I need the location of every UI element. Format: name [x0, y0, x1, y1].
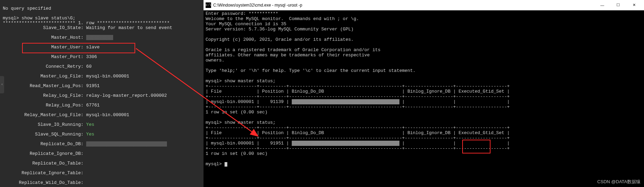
row-header: *************************** 1. row *****… — [3, 20, 170, 26]
val-replicate-do-db: ▓▓▓▓▓▓▓▓▓▓▓▓▓▓▓▓▓▓▓▓▓▓▓▓▓▓▓▓▓▓ — [86, 141, 167, 147]
line-trademark2: affiliates. Other names may be trademark… — [206, 53, 370, 58]
line-version: Server version: 5.7.36-log MySQL Communi… — [206, 27, 354, 32]
no-query-text: No query specified — [3, 6, 51, 11]
hdr-file: File — [211, 89, 222, 94]
val-master-log-file: mysql-bin.000001 — [86, 74, 129, 79]
cell-file1: mysql-bin.000001 — [211, 99, 254, 104]
val-relay-master-log-file: mysql-bin.000001 — [86, 112, 129, 118]
window-controls: — ☐ ✕ — [594, 0, 642, 10]
val-master-host: ▓▓▓▓▓▓▓▓▓▓ — [86, 35, 113, 40]
val-master-user: slave — [86, 45, 100, 50]
field-line: Replicate_Do_Table: — [3, 161, 201, 166]
cursor-block — [225, 162, 227, 167]
val-slave-io-running: Yes — [86, 122, 94, 127]
val-master-port: 3306 — [86, 54, 97, 59]
cell-pos1: 91139 — [270, 99, 284, 104]
left-terminal[interactable]: No query specified mysql> show slave sta… — [0, 0, 204, 187]
field-line: Connect_Retry: 60 — [3, 64, 201, 69]
cmd-terminal[interactable]: Enter password: *********** Welcome to t… — [204, 10, 644, 187]
val-relay-log-pos: 67761 — [86, 103, 100, 108]
field-line: Master_User: slave — [3, 45, 201, 50]
field-line: Relay_Master_Log_File: mysql-bin.000001 — [3, 113, 201, 118]
field-line: Replicate_Ignore_DB: — [3, 151, 201, 156]
line-enter-pw: Enter password: *********** — [206, 11, 278, 16]
field-line: Slave_SQL_Running: Yes — [3, 132, 201, 137]
cmd-icon: c:\ — [206, 2, 211, 8]
hdr-gtid: Executed_Gtid_Set — [458, 89, 504, 94]
hdr-file2: File — [211, 130, 222, 135]
field-line: Replicate_Wild_Do_Table: — [3, 180, 201, 185]
line-copyright: Copyright (c) 2000, 2021, Oracle and/or … — [206, 37, 354, 42]
cell-dodb2: ▓▓▓▓▓▓▓▓▓▓▓▓▓▓▓▓▓▓▓▓▓▓▓▓▓▓▓▓▓▓▓▓▓▓▓▓▓▓▓▓ — [292, 141, 399, 146]
val-slave-io-state: Waiting for master to send event — [86, 25, 172, 30]
line-rowset1: 1 row in set (0.00 sec) — [206, 110, 267, 115]
line-conn-id: Your MySQL connection id is 35 — [206, 21, 286, 27]
line-rowset2: 1 row in set (0.00 sec) — [206, 151, 267, 156]
line-trademark3: owners. — [206, 58, 225, 63]
hdr-pos: Position — [262, 89, 284, 94]
field-line: Master_Host: ▓▓▓▓▓▓▓▓▓▓ — [3, 35, 201, 40]
cell-dodb1: ▓▓▓▓▓▓▓▓▓▓▓▓▓▓▓▓▓▓▓▓▓▓▓▓▓▓▓▓▓▓▓▓▓▓▓▓▓▓▓▓ — [292, 99, 399, 104]
line-trademark1: Oracle is a registered trademark of Orac… — [206, 47, 380, 53]
maximize-button[interactable]: ☐ — [610, 0, 626, 10]
val-read-master-log-pos: 91951 — [86, 83, 100, 88]
field-line: Read_Master_Log_Pos: 91951 — [3, 84, 201, 88]
hdr-gtid2: Executed_Gtid_Set — [458, 130, 504, 135]
field-line: Slave_IO_Running: Yes — [3, 122, 201, 127]
val-relay-log-file: relay-log-master_report.000002 — [86, 93, 167, 98]
hdr-igdb: Binlog_Ignore_DB — [407, 89, 450, 94]
line-cmd1: mysql> show master status; — [206, 78, 276, 84]
hdr-pos2: Position — [262, 130, 284, 135]
window-title: C:\Windows\system32\cmd.exe - mysql -uro… — [213, 3, 594, 8]
line-cmd2: mysql> show master status; — [206, 120, 276, 125]
highlight-box-position — [462, 140, 491, 153]
val-connect-retry: 60 — [86, 64, 92, 69]
cmd-window: c:\ C:\Windows\system32\cmd.exe - mysql … — [204, 0, 644, 187]
field-line: Relay_Log_File: relay-log-master_report.… — [3, 93, 201, 98]
line-help: Type 'help;' or '\h' for help. Type '\c'… — [206, 68, 416, 73]
cell-file2: mysql-bin.000001 — [211, 141, 254, 146]
hdr-dodb: Binlog_Do_DB — [292, 89, 324, 94]
field-line: Relay_Log_Pos: 67761 — [3, 103, 201, 108]
minimize-button[interactable]: — — [594, 0, 610, 10]
field-line: Slave_IO_State: Waiting for master to se… — [3, 26, 201, 30]
line-cmd3: mysql> — [206, 161, 225, 167]
window-titlebar[interactable]: c:\ C:\Windows\system32\cmd.exe - mysql … — [204, 0, 644, 10]
mysql-prompt-line: mysql> show slave status\G; — [3, 16, 76, 21]
sidebar-handle[interactable]: ‹ — [0, 76, 4, 93]
hdr-igdb2: Binlog_Ignore_DB — [407, 130, 450, 135]
close-button[interactable]: ✕ — [626, 0, 642, 10]
val-slave-sql-running: Yes — [86, 132, 94, 137]
field-line: Replicate_Ignore_Table: — [3, 171, 201, 176]
field-line: Replicate_Do_DB: ▓▓▓▓▓▓▓▓▓▓▓▓▓▓▓▓▓▓▓▓▓▓▓… — [3, 142, 201, 147]
field-line: Master_Port: 3306 — [3, 55, 201, 59]
line-welcome: Welcome to the MySQL monitor. Commands e… — [206, 16, 359, 21]
hdr-dodb2: Binlog_Do_DB — [292, 130, 324, 135]
watermark-text: CSDN @DATA数据猿 — [597, 179, 641, 185]
field-line: Master_Log_File: mysql-bin.000001 — [3, 74, 201, 79]
cell-pos2: 91951 — [270, 141, 284, 146]
